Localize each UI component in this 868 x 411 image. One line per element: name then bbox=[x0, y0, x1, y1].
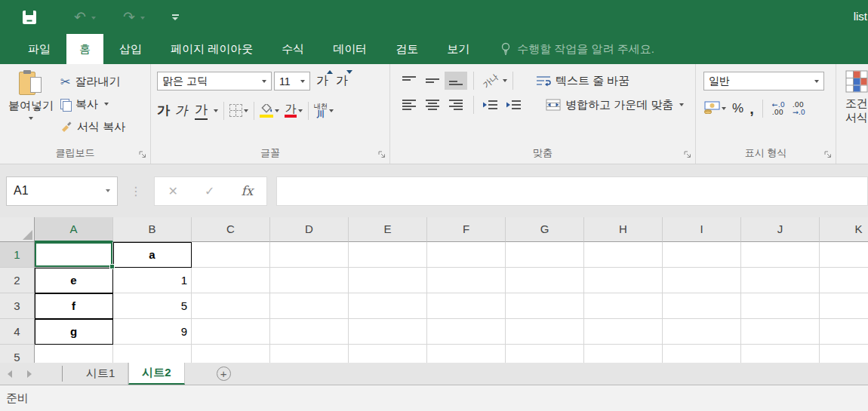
currency-caret-icon[interactable] bbox=[722, 107, 726, 110]
cell-E4[interactable] bbox=[349, 319, 427, 345]
phonetic-guide-button[interactable]: 내천 川 bbox=[314, 103, 328, 118]
cell-K2[interactable] bbox=[820, 268, 868, 293]
increase-decimal-button[interactable]: ←.0 .00 bbox=[772, 101, 785, 116]
align-center-button[interactable] bbox=[421, 96, 444, 114]
cell-F4[interactable] bbox=[427, 319, 506, 345]
cell-G3[interactable] bbox=[506, 293, 584, 319]
cancel-button[interactable]: ✕ bbox=[168, 184, 178, 198]
column-header-D[interactable]: D bbox=[270, 217, 349, 242]
decrease-indent-button[interactable] bbox=[479, 96, 502, 114]
font-color-button[interactable]: 가 bbox=[285, 103, 297, 118]
cell-J5[interactable] bbox=[741, 345, 820, 363]
cell-B3[interactable]: 5 bbox=[113, 293, 192, 319]
cell-I5[interactable] bbox=[663, 345, 741, 363]
paste-caret-icon[interactable] bbox=[29, 117, 33, 120]
cell-B4[interactable]: 9 bbox=[113, 319, 192, 345]
cell-G1[interactable] bbox=[506, 242, 584, 268]
column-header-B[interactable]: B bbox=[113, 217, 192, 242]
cell-A4[interactable]: g bbox=[35, 319, 113, 345]
font-size-combo[interactable]: 11 bbox=[274, 72, 310, 90]
cell-A3[interactable]: f bbox=[35, 293, 113, 319]
font-name-caret-icon[interactable] bbox=[262, 80, 266, 83]
cell-B1[interactable]: a bbox=[113, 242, 192, 268]
cell-H3[interactable] bbox=[584, 293, 663, 319]
column-header-E[interactable]: E bbox=[349, 217, 427, 242]
insert-function-button[interactable]: fx bbox=[242, 183, 254, 198]
tell-me-box[interactable]: 수행할 작업을 알려 주세요. bbox=[500, 34, 654, 64]
cell-I4[interactable] bbox=[663, 319, 741, 345]
customize-quick-access-button[interactable] bbox=[172, 14, 179, 20]
cell-A1[interactable] bbox=[35, 242, 113, 268]
column-header-A[interactable]: A bbox=[35, 217, 113, 242]
top-align-button[interactable] bbox=[398, 72, 420, 90]
cell-I3[interactable] bbox=[663, 293, 741, 319]
undo-caret-icon[interactable] bbox=[91, 17, 96, 20]
column-header-J[interactable]: J bbox=[741, 217, 820, 242]
save-button[interactable] bbox=[23, 11, 36, 24]
sheet-tab-2[interactable]: 시트2 bbox=[128, 363, 184, 385]
select-all-button[interactable] bbox=[0, 217, 35, 242]
percent-button[interactable]: % bbox=[732, 101, 743, 116]
orientation-button[interactable]: 가나 bbox=[479, 72, 502, 90]
tab-home[interactable]: 홈 bbox=[66, 34, 103, 64]
copy-caret-icon[interactable] bbox=[104, 103, 109, 106]
merge-center-caret-icon[interactable] bbox=[679, 103, 684, 106]
new-sheet-button[interactable]: + bbox=[217, 363, 231, 385]
cell-B2[interactable]: 1 bbox=[113, 268, 192, 293]
cell-K3[interactable] bbox=[820, 293, 868, 319]
tab-page-layout[interactable]: 페이지 레이아웃 bbox=[158, 34, 266, 64]
cell-J1[interactable] bbox=[741, 242, 820, 268]
alignment-dialog-launcher[interactable] bbox=[684, 151, 692, 159]
tab-insert[interactable]: 삽입 bbox=[106, 34, 155, 64]
decrease-font-button[interactable]: 가 bbox=[336, 73, 349, 89]
cell-E1[interactable] bbox=[349, 242, 427, 268]
tab-formulas[interactable]: 수식 bbox=[269, 34, 317, 64]
tab-file[interactable]: 파일 bbox=[15, 34, 63, 64]
cell-F3[interactable] bbox=[427, 293, 506, 319]
align-right-button[interactable] bbox=[445, 96, 467, 114]
bottom-align-button[interactable] bbox=[445, 72, 467, 90]
name-box-caret-icon[interactable] bbox=[106, 189, 110, 192]
column-header-I[interactable]: I bbox=[663, 217, 741, 242]
redo-button[interactable]: ↷ bbox=[123, 8, 145, 26]
enter-button[interactable]: ✓ bbox=[205, 184, 214, 198]
middle-align-button[interactable] bbox=[421, 72, 444, 90]
borders-icon[interactable] bbox=[229, 104, 242, 117]
column-header-G[interactable]: G bbox=[506, 217, 584, 242]
cell-B5[interactable] bbox=[113, 345, 192, 363]
cell-A2[interactable]: e bbox=[35, 268, 113, 293]
cell-K4[interactable] bbox=[820, 319, 868, 345]
cell-C2[interactable] bbox=[192, 268, 270, 293]
cell-J2[interactable] bbox=[741, 268, 820, 293]
number-format-combo[interactable]: 일반 bbox=[703, 72, 824, 90]
cell-K5[interactable] bbox=[820, 345, 868, 363]
cell-G2[interactable] bbox=[506, 268, 584, 293]
cell-C4[interactable] bbox=[192, 319, 270, 345]
font-size-caret-icon[interactable] bbox=[300, 80, 305, 83]
cell-G4[interactable] bbox=[506, 319, 584, 345]
cell-J3[interactable] bbox=[741, 293, 820, 319]
cell-C5[interactable] bbox=[192, 345, 270, 363]
paste-button[interactable]: 붙여넣기 bbox=[8, 70, 54, 138]
cut-button[interactable]: ✂ 잘라내기 bbox=[60, 70, 125, 93]
cell-E3[interactable] bbox=[349, 293, 427, 319]
tab-review[interactable]: 검토 bbox=[383, 34, 431, 64]
sheet-nav-right-button[interactable] bbox=[20, 363, 39, 385]
cell-D1[interactable] bbox=[270, 242, 349, 268]
decrease-decimal-button[interactable]: .00 →.0 bbox=[793, 101, 805, 116]
row-header-3[interactable]: 3 bbox=[0, 293, 35, 319]
column-header-F[interactable]: F bbox=[427, 217, 506, 242]
sheet-tab-1[interactable]: 시트1 bbox=[73, 363, 128, 385]
phonetic-caret-icon[interactable] bbox=[329, 109, 334, 112]
borders-caret-icon[interactable] bbox=[244, 109, 248, 112]
cell-H4[interactable] bbox=[584, 319, 663, 345]
cell-D5[interactable] bbox=[270, 345, 349, 363]
cell-I1[interactable] bbox=[663, 242, 741, 268]
bold-button[interactable]: 가 bbox=[157, 102, 170, 119]
fill-handle[interactable] bbox=[109, 264, 115, 269]
italic-button[interactable]: 가 bbox=[174, 102, 191, 119]
fill-color-caret-icon[interactable] bbox=[275, 109, 279, 112]
underline-caret-icon[interactable] bbox=[214, 109, 218, 112]
cell-I2[interactable] bbox=[663, 268, 741, 293]
cell-G5[interactable] bbox=[506, 345, 584, 363]
